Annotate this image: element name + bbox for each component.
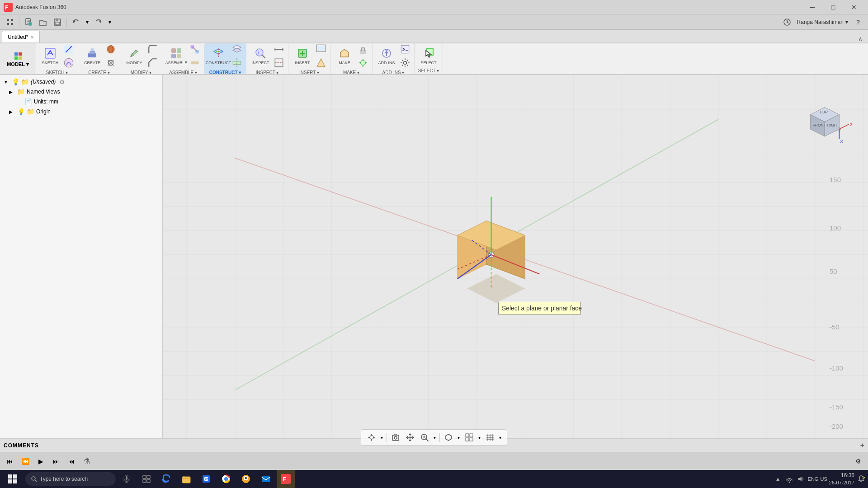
inspect-section-button[interactable] — [273, 56, 285, 69]
assemble-button[interactable]: ASSEMBLE — [165, 45, 188, 67]
tree-item-units[interactable]: 📄 Units: mm — [0, 97, 162, 107]
explorer-button[interactable] — [177, 470, 195, 488]
snap-dropdown[interactable]: ▾ — [378, 431, 385, 444]
grid-display-button[interactable] — [462, 431, 476, 444]
cortana-button[interactable] — [118, 470, 136, 488]
create-revolve-button[interactable] — [104, 56, 117, 69]
start-button[interactable] — [2, 470, 24, 488]
timeline-settings-button[interactable]: ⚙ — [852, 455, 864, 468]
comments-add-button[interactable]: + — [860, 441, 864, 450]
capture-button[interactable] — [389, 431, 402, 444]
mail-button[interactable] — [257, 470, 275, 488]
create-sphere-button[interactable] — [104, 43, 117, 56]
modify-chamfer-button[interactable] — [146, 56, 159, 69]
tree-item-unsaved[interactable]: ▼ 💡 📁 (Unsaved) ⚙ — [0, 77, 162, 87]
create-extrude-button[interactable]: CREATE — [81, 45, 104, 67]
inspect-measure-button[interactable] — [273, 43, 285, 56]
region-indicator[interactable]: US — [820, 476, 827, 482]
make-label[interactable]: MAKE ▾ — [343, 69, 359, 75]
tab-close-button[interactable]: × — [31, 34, 33, 40]
model-menu-button[interactable]: MODEL ▾ — [0, 43, 36, 74]
modify-fillet-button[interactable] — [146, 43, 159, 56]
tree-arrow-unsaved[interactable]: ▼ — [4, 80, 10, 84]
timeline-next-button[interactable]: ⏭ — [50, 455, 62, 468]
timeline-play-button[interactable]: ▶ — [34, 455, 47, 468]
undo-dropdown[interactable]: ▾ — [84, 16, 90, 28]
notification-button[interactable]: 5 — [856, 470, 866, 488]
make-cam-button[interactable] — [357, 56, 369, 69]
addins-button[interactable]: ADD-INS — [375, 45, 398, 67]
timeline-end-button[interactable]: ⏮ — [65, 455, 78, 468]
save-button[interactable] — [51, 16, 64, 28]
redo-button[interactable] — [92, 16, 105, 28]
addins-scripts-button[interactable] — [399, 43, 411, 56]
inspect-label[interactable]: INSPECT ▾ — [256, 69, 279, 75]
task-view-button[interactable] — [137, 470, 156, 488]
sketch-arc-button[interactable] — [62, 56, 75, 69]
view-grid-dropdown[interactable]: ▾ — [497, 431, 503, 444]
undo-button[interactable] — [70, 16, 82, 28]
make-3dprint-button[interactable] — [357, 43, 369, 56]
app-grid-button[interactable] — [4, 16, 16, 28]
chrome-button[interactable] — [217, 470, 235, 488]
sketch-button[interactable]: SKETCH — [39, 45, 61, 67]
zoom-dropdown[interactable]: ▾ — [431, 431, 438, 444]
tree-arrow-origin[interactable]: ▶ — [9, 109, 15, 114]
language-indicator[interactable]: ENG — [808, 476, 819, 482]
store-button[interactable]: 🛍 — [197, 470, 215, 488]
tree-item-named-views[interactable]: ▶ 📁 Named Views — [0, 87, 162, 97]
select-label[interactable]: SELECT ▾ — [418, 67, 439, 73]
construct-midplane-button[interactable] — [231, 56, 243, 69]
clock[interactable]: 16:36 26-07-2017 — [829, 472, 854, 486]
addins-settings-button[interactable] — [399, 56, 411, 69]
make-button[interactable]: MAKE — [333, 45, 356, 67]
timeline-prev-button[interactable]: ⏪ — [19, 455, 32, 468]
modify-label[interactable]: MODIFY ▾ — [131, 69, 151, 75]
tree-item-origin[interactable]: ▶ 💡 📁 Origin — [0, 107, 162, 117]
assemble-label[interactable]: ASSEMBLE ▾ — [169, 69, 197, 75]
insert-button[interactable]: INSERT — [291, 45, 314, 67]
fusion360-taskbar-button[interactable]: F — [277, 470, 295, 488]
network-icon[interactable] — [784, 470, 794, 488]
tree-arrow-named-views[interactable]: ▶ — [9, 89, 15, 94]
minimize-button[interactable]: ─ — [802, 0, 823, 14]
timeline-filter-button[interactable]: ⚗ — [80, 455, 93, 468]
timeline-start-button[interactable]: ⏮ — [4, 455, 16, 468]
maximize-button[interactable]: □ — [823, 0, 844, 14]
display-dropdown[interactable]: ▾ — [455, 431, 462, 444]
display-mode-button[interactable] — [442, 431, 455, 444]
select-button[interactable]: SELECT — [417, 45, 440, 67]
insert-label[interactable]: INSERT ▾ — [299, 69, 319, 75]
hidden-icons-button[interactable]: ▲ — [774, 470, 783, 488]
sketch-line-button[interactable] — [62, 43, 75, 56]
insert-decal-button[interactable] — [315, 56, 327, 69]
blender-button[interactable] — [237, 470, 255, 488]
active-tab[interactable]: Untitled* × — [2, 31, 40, 42]
user-menu[interactable]: Ranga Narashiman ▾ — [797, 19, 848, 25]
history-button[interactable] — [781, 16, 793, 28]
new-file-button[interactable]: + — [22, 16, 35, 28]
sketch-label[interactable]: SKETCH ▾ — [46, 69, 68, 75]
redo-dropdown[interactable]: ▾ — [107, 16, 113, 28]
pan-button[interactable] — [403, 431, 417, 444]
assemble-joint-button[interactable] — [189, 43, 201, 56]
viewport[interactable]: 200 150 100 50 -50 -100 -150 -200 — [163, 61, 868, 438]
settings-icon-unsaved[interactable]: ⚙ — [59, 78, 65, 85]
panel-expand-button[interactable]: ∧ — [854, 35, 866, 42]
construct-label[interactable]: CONSTRUCT ▾ — [209, 69, 241, 75]
construct-offset-plane-button[interactable] — [231, 43, 243, 56]
taskbar-search[interactable]: Type here to search — [25, 472, 116, 486]
close-button[interactable]: ✕ — [844, 0, 864, 14]
construct-button[interactable]: CONSTRUCT — [207, 45, 230, 67]
insert-canvas-button[interactable] — [315, 43, 327, 56]
create-label[interactable]: CREATE ▾ — [88, 69, 110, 75]
modify-button[interactable]: MODIFY — [123, 45, 146, 67]
snap-button[interactable] — [365, 431, 378, 444]
addins-label[interactable]: ADD-INS ▾ — [382, 69, 405, 75]
zoom-button[interactable] — [418, 431, 431, 444]
help-button[interactable]: ? — [852, 16, 864, 28]
inspect-button[interactable]: i INSPECT — [249, 45, 272, 67]
volume-icon[interactable] — [796, 470, 806, 488]
edge-button[interactable] — [157, 470, 175, 488]
open-file-button[interactable] — [37, 16, 49, 28]
